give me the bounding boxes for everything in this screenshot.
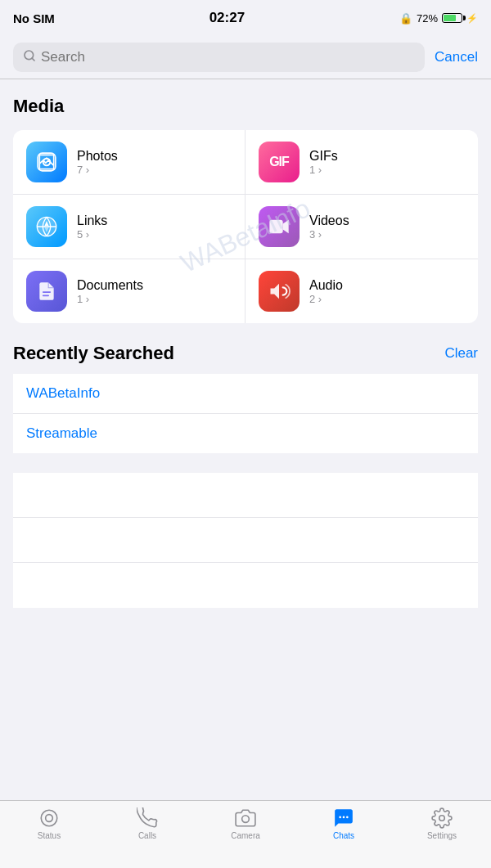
tab-item-camera[interactable]: Camera <box>196 807 295 840</box>
videos-name: Videos <box>309 214 465 228</box>
links-icon-box <box>26 206 67 247</box>
camera-icon <box>235 807 256 829</box>
search-bar: Cancel <box>0 36 491 79</box>
tab-item-status[interactable]: Status <box>0 807 98 840</box>
status-icon <box>38 807 60 829</box>
media-item-videos[interactable]: Videos 3 › <box>246 195 478 259</box>
status-bar: No SIM 02:27 🔒 72% ⚡ <box>0 0 491 36</box>
search-result-text-wabetainfo: WABetaInfo <box>26 385 100 401</box>
tab-item-calls[interactable]: Calls <box>98 807 196 840</box>
search-input[interactable] <box>41 49 415 65</box>
battery-percent: 72% <box>417 12 438 25</box>
audio-icon-box <box>259 271 300 312</box>
links-info: Links 5 › <box>77 214 232 241</box>
search-icon <box>23 49 36 65</box>
documents-info: Documents 1 › <box>77 278 232 305</box>
svg-point-13 <box>46 815 53 822</box>
documents-count: 1 › <box>77 293 232 305</box>
media-item-photos[interactable]: Photos 7 › <box>13 130 246 195</box>
empty-row-1 <box>13 473 478 518</box>
documents-name: Documents <box>77 278 232 293</box>
empty-row-2 <box>13 518 478 563</box>
svg-point-12 <box>41 810 57 826</box>
photos-name: Photos <box>77 149 232 164</box>
recently-searched-title: Recently Searched <box>13 343 174 364</box>
cancel-button[interactable]: Cancel <box>435 49 478 65</box>
audio-info: Audio 2 › <box>309 278 465 305</box>
videos-icon-box <box>259 206 300 247</box>
media-item-gifs[interactable]: GIF GIFs 1 › <box>246 130 478 195</box>
empty-row-3 <box>13 563 478 608</box>
gifs-name: GIFs <box>309 149 465 164</box>
recently-searched-header: Recently Searched Clear <box>13 343 478 364</box>
svg-point-15 <box>339 816 341 819</box>
audio-count: 2 › <box>309 293 465 305</box>
calls-icon <box>137 807 158 829</box>
clear-button[interactable]: Clear <box>444 345 478 362</box>
media-item-documents[interactable]: Documents 1 › <box>13 259 246 323</box>
search-result-text-streamable: Streamable <box>26 425 97 441</box>
links-name: Links <box>77 214 232 228</box>
photos-info: Photos 7 › <box>77 149 232 176</box>
battery-icon <box>442 13 462 23</box>
charging-icon: ⚡ <box>466 13 478 24</box>
gifs-info: GIFs 1 › <box>309 149 465 176</box>
media-item-audio[interactable]: Audio 2 › <box>246 259 478 323</box>
search-input-wrapper[interactable] <box>13 43 425 72</box>
tab-label-calls: Calls <box>138 831 156 840</box>
tab-bar: Status Calls Camera Chats Settings <box>0 800 491 868</box>
photos-count: 7 › <box>77 164 232 176</box>
svg-point-14 <box>242 816 250 823</box>
svg-point-17 <box>346 816 349 819</box>
gifs-icon-box: GIF <box>259 142 300 182</box>
battery-fill <box>444 15 456 21</box>
media-item-links[interactable]: Links 5 › <box>13 195 246 259</box>
documents-icon-box <box>26 271 67 312</box>
carrier-label: No SIM <box>13 11 55 25</box>
tab-label-chats: Chats <box>333 831 354 840</box>
svg-rect-9 <box>269 220 282 233</box>
main-content: Media Photos 7 › GIF <box>0 79 491 608</box>
links-count: 5 › <box>77 228 232 241</box>
gifs-count: 1 › <box>309 164 465 176</box>
media-section-title: Media <box>13 96 478 117</box>
tab-label-settings: Settings <box>427 831 457 840</box>
photos-icon-box <box>26 142 67 182</box>
lock-icon: 🔒 <box>399 12 412 25</box>
status-right: 🔒 72% ⚡ <box>399 12 478 25</box>
tab-item-settings[interactable]: Settings <box>393 807 491 840</box>
search-result-wabetainfo[interactable]: WABetaInfo <box>13 374 478 414</box>
search-results-list: WABetaInfo Streamable <box>13 374 478 453</box>
audio-name: Audio <box>309 278 465 293</box>
videos-info: Videos 3 › <box>309 214 465 241</box>
media-grid: Photos 7 › GIF GIFs 1 › <box>13 130 478 323</box>
chats-icon <box>333 807 354 829</box>
settings-icon <box>431 807 453 829</box>
svg-line-1 <box>32 58 34 61</box>
tab-label-camera: Camera <box>231 831 260 840</box>
time-label: 02:27 <box>209 10 245 26</box>
search-result-streamable[interactable]: Streamable <box>13 414 478 453</box>
empty-rows <box>13 473 478 608</box>
tab-label-status: Status <box>38 831 61 840</box>
tab-item-chats[interactable]: Chats <box>295 807 393 840</box>
svg-point-16 <box>343 816 345 819</box>
videos-count: 3 › <box>309 228 465 241</box>
svg-point-18 <box>439 816 445 821</box>
